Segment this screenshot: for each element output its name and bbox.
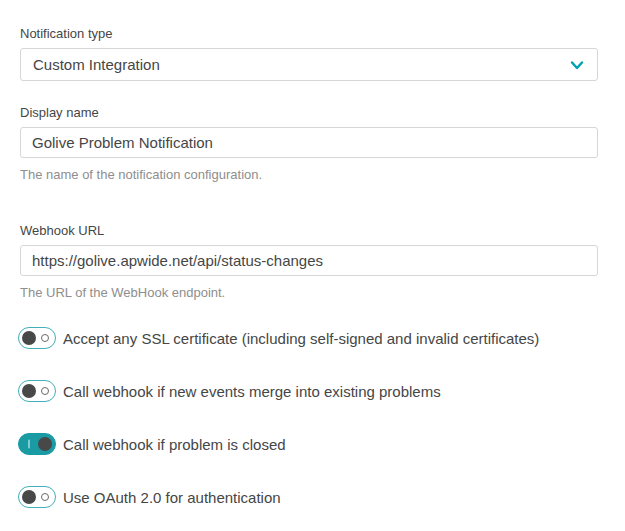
notification-type-group: Notification type Custom Integration bbox=[20, 26, 598, 81]
oauth-toggle[interactable] bbox=[18, 486, 56, 508]
toggle-knob bbox=[22, 490, 36, 504]
toggle-knob bbox=[22, 384, 36, 398]
oauth-toggle-label: Use OAuth 2.0 for authentication bbox=[63, 488, 281, 507]
notification-settings-form: Notification type Custom Integration Dis… bbox=[0, 0, 625, 508]
toggle-row-problem-closed: Call webhook if problem is closed bbox=[18, 433, 598, 455]
accept-ssl-toggle-label: Accept any SSL certificate (including se… bbox=[63, 329, 539, 348]
problem-closed-toggle-label: Call webhook if problem is closed bbox=[63, 435, 286, 454]
problem-closed-toggle[interactable] bbox=[18, 433, 56, 455]
merge-events-toggle-label: Call webhook if new events merge into ex… bbox=[63, 382, 441, 401]
merge-events-toggle[interactable] bbox=[18, 380, 56, 402]
webhook-url-label: Webhook URL bbox=[20, 223, 598, 238]
toggle-off-ring-icon bbox=[41, 334, 49, 342]
notification-type-select[interactable]: Custom Integration bbox=[20, 48, 598, 81]
toggle-knob bbox=[38, 437, 52, 451]
display-name-input[interactable] bbox=[20, 127, 598, 158]
toggle-row-oauth: Use OAuth 2.0 for authentication bbox=[18, 486, 598, 508]
toggle-row-accept-ssl: Accept any SSL certificate (including se… bbox=[18, 327, 598, 349]
display-name-help-text: The name of the notification configurati… bbox=[20, 167, 598, 182]
toggle-on-bar-icon bbox=[28, 440, 30, 449]
chevron-down-icon bbox=[569, 57, 585, 73]
toggle-row-merge-events: Call webhook if new events merge into ex… bbox=[18, 380, 598, 402]
webhook-url-help-text: The URL of the WebHook endpoint. bbox=[20, 285, 598, 300]
display-name-label: Display name bbox=[20, 105, 598, 120]
toggle-knob bbox=[22, 331, 36, 345]
accept-ssl-toggle[interactable] bbox=[18, 327, 56, 349]
webhook-url-input[interactable] bbox=[20, 245, 598, 276]
display-name-group: Display name The name of the notificatio… bbox=[20, 105, 598, 182]
toggle-off-ring-icon bbox=[41, 493, 49, 501]
notification-type-label: Notification type bbox=[20, 26, 598, 41]
notification-type-selected-value: Custom Integration bbox=[33, 56, 160, 73]
toggle-off-ring-icon bbox=[41, 387, 49, 395]
webhook-url-group: Webhook URL The URL of the WebHook endpo… bbox=[20, 223, 598, 300]
